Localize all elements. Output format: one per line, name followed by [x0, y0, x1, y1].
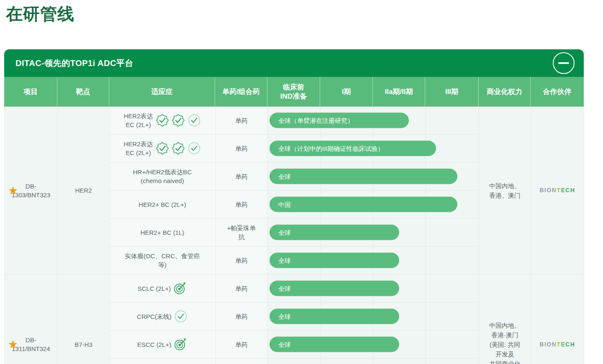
partner-cell: BIONTECH: [531, 275, 584, 364]
indication-cell: HR+/HER2低表达BC (chemo naived): [110, 163, 216, 191]
indication-cell: HER2表达 EC (2L+): [110, 135, 216, 163]
indication-cell-empty: [110, 359, 216, 364]
circle-check-icon: [174, 309, 188, 323]
column-header-preclinical-ind: 临床前 IND准备: [267, 77, 320, 107]
target-dart-icon: [173, 281, 187, 295]
seal-check-icon: [171, 113, 185, 127]
regimen-cell: 单药: [216, 135, 268, 163]
regimen-cell: 单药: [216, 331, 268, 359]
indication-cell: 实体瘤(OC、CRC、食管癌 等): [110, 247, 216, 275]
regimen-cell: 单药: [216, 191, 268, 219]
column-header-phase2a-2: IIa期/II期: [373, 77, 425, 107]
pipeline-page: 在研管线 DITAC-领先的TOP1i ADC平台 项目 靶点 适应症 单药/组…: [0, 0, 603, 364]
indication-cell: CRPC(末线): [110, 303, 216, 331]
progress-bar: 全球: [269, 281, 399, 296]
phase-track: 全球: [268, 331, 479, 359]
panel-header: DITAC-领先的TOP1i ADC平台: [4, 49, 584, 77]
indication-text: HER2表达 EC (2L+): [123, 112, 153, 129]
column-header-regimen: 单药/组合药: [215, 77, 267, 107]
commercial-rights-cell: 中国内地、 香港、澳门: [479, 107, 531, 275]
phase-track: 全球: [268, 303, 479, 331]
page-title: 在研管线: [6, 3, 74, 25]
indication-cell: HER2+ BC (1L): [110, 219, 216, 247]
progress-bar: 全球: [269, 225, 399, 240]
progress-bar: 全球: [269, 337, 399, 352]
phase-track: 全球（单臂潜在注册研究）: [268, 107, 479, 135]
column-header-project: 项目: [4, 77, 57, 107]
regimen-cell: 单药: [216, 163, 268, 191]
circle-check-icon: [187, 113, 201, 127]
target-dart-icon: [173, 337, 187, 351]
regimen-cell: +帕妥珠单 抗: [216, 219, 268, 247]
progress-bar: 全球（计划中的III期确证性临床试验）: [269, 141, 436, 156]
circle-check-icon: [187, 141, 201, 155]
panel-title: DITAC-领先的TOP1i ADC平台: [4, 58, 133, 69]
column-header-phase1: I期: [320, 77, 373, 107]
indication-text: ESCC (2L+): [137, 340, 171, 349]
target-cell-her2: HER2: [58, 107, 110, 275]
regimen-cell-empty: [216, 359, 268, 364]
column-header-partner: 合作伙伴: [531, 77, 584, 107]
phase-track: 中国: [268, 191, 479, 219]
collapse-button[interactable]: [553, 52, 575, 74]
indication-cell: ESCC (2L+): [110, 331, 216, 359]
project-cell-db1303: ★ DB- 1303/BNT323: [5, 107, 58, 275]
progress-bar: 全球（单臂潜在注册研究）: [269, 113, 409, 128]
biontech-logo: BIONTECH: [539, 340, 575, 349]
regimen-cell: 单药: [216, 275, 268, 303]
star-icon: ★: [8, 339, 18, 350]
project-cell-db1311: ★ DB- 1311/BNT324: [5, 275, 58, 364]
target-cell-b7h3: B7-H3: [58, 275, 110, 364]
phase-track: 全球: [268, 163, 479, 191]
phase-track: 全球: [268, 219, 479, 247]
table-header-row: 项目 靶点 适应症 单药/组合药 临床前 IND准备 I期 IIa期/II期 I…: [4, 77, 584, 107]
regimen-cell: 单药: [216, 107, 268, 135]
table-body: ★ DB- 1303/BNT323 HER2 HER2表达 EC (2L+) 单…: [4, 107, 584, 364]
commercial-rights-cell: 中国内地、 香港·澳门 (美国: 共同 开发及 共同商业化: [479, 275, 531, 364]
phase-track: 全球（计划中的III期确证性临床试验）: [268, 135, 479, 163]
indication-cell: HER2+ BC (2L+): [110, 191, 216, 219]
column-header-phase3: III期: [425, 77, 479, 107]
biontech-logo: BIONTECH: [539, 186, 575, 195]
indication-cell: HER2表达 EC (2L+): [110, 107, 216, 135]
indication-cell: SCLC (2L+): [110, 275, 216, 303]
phase-track: 全球: [268, 247, 479, 275]
indication-text: SCLC (2L+): [138, 284, 171, 293]
indication-text: CRPC(末线): [137, 312, 172, 321]
phase-track: [268, 359, 479, 364]
progress-bar: 全球: [269, 309, 399, 324]
progress-bar: 全球: [269, 169, 457, 184]
regimen-cell: 单药: [216, 303, 268, 331]
star-icon: ★: [8, 185, 18, 196]
seal-check-icon: [155, 113, 169, 127]
ditac-platform-panel: DITAC-领先的TOP1i ADC平台 项目 靶点 适应症 单药/组合药 临床…: [4, 49, 584, 364]
phase-track: 全球: [268, 275, 479, 303]
indication-text: HER2表达 EC (2L+): [123, 140, 153, 157]
progress-bar: 中国: [269, 197, 457, 212]
column-header-target: 靶点: [57, 77, 109, 107]
partner-cell: BIONTECH: [531, 107, 584, 275]
seal-check-icon: [155, 141, 169, 155]
minus-circle-icon: [558, 62, 569, 64]
progress-bar: 全球: [269, 253, 399, 268]
column-header-indication: 适应症: [109, 77, 215, 107]
regimen-cell: 单药: [216, 247, 268, 275]
column-header-commercial-rights: 商业化权力: [479, 77, 531, 107]
seal-check-icon: [171, 141, 185, 155]
